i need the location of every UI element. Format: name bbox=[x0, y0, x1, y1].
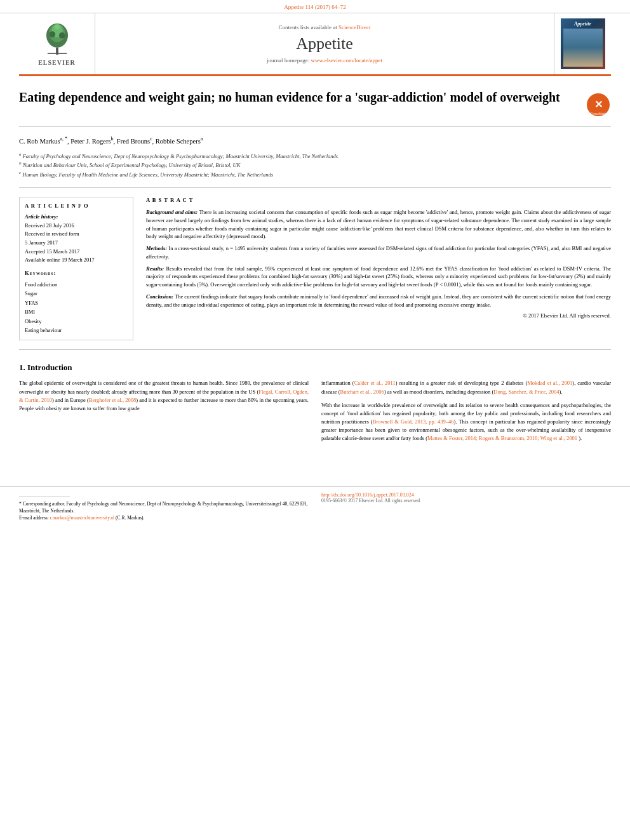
section-1-heading: Introduction bbox=[27, 363, 72, 372]
article-info-column: A R T I C L E I N F O Article history: R… bbox=[19, 197, 133, 340]
revised-date: 5 January 2017 bbox=[25, 239, 58, 246]
intro-body-columns: The global epidemic of overweight is con… bbox=[19, 379, 611, 448]
appetite-cover-thumbnail: Appetite bbox=[561, 18, 605, 69]
keyword-3: YFAS bbox=[25, 298, 128, 307]
page-footer: * Corresponding author. Faculty of Psych… bbox=[0, 486, 630, 522]
journal-reference-bar: Appetite 114 (2017) 64–72 bbox=[0, 0, 630, 13]
cite-mokdad[interactable]: Mokdad et al., 2001 bbox=[527, 380, 572, 386]
journal-title: Appetite bbox=[296, 34, 353, 53]
footnote-right: http://dx.doi.org/10.1016/j.appet.2017.0… bbox=[321, 492, 611, 522]
abstract-column: A B S T R A C T Background and aims: The… bbox=[146, 197, 611, 340]
issn-line: 0195-6663/© 2017 Elsevier Ltd. All right… bbox=[321, 498, 611, 503]
footnote-divider bbox=[19, 496, 70, 497]
svg-text:✕: ✕ bbox=[594, 99, 603, 110]
author-4: Robbie Schepers bbox=[156, 138, 201, 145]
crossmark-badge[interactable]: ✕ CrossMark bbox=[586, 92, 611, 117]
online-date: Available online 19 March 2017 bbox=[25, 257, 95, 263]
keyword-5: Obesity bbox=[25, 317, 128, 326]
abstract-conclusion-text: The current findings indicate that sugar… bbox=[146, 293, 611, 308]
journal-ref-text: Appetite 114 (2017) 64–72 bbox=[284, 4, 345, 10]
intro-para-3: With the increase in worldwide prevalenc… bbox=[321, 401, 611, 443]
author-1-sup: a, * bbox=[60, 136, 67, 142]
article-history-label: Article history: bbox=[25, 213, 58, 220]
intro-para-1: The global epidemic of overweight is con… bbox=[19, 379, 309, 413]
affil-c-sup: c bbox=[19, 170, 21, 175]
affil-b-sup: b bbox=[19, 161, 22, 166]
abstract-methods-label: Methods: bbox=[146, 245, 167, 251]
elsevier-logo: ELSEVIER bbox=[38, 22, 76, 66]
crossmark-icon: ✕ CrossMark bbox=[586, 93, 610, 117]
cite-dong[interactable]: Dong, Sanchez, & Price, 2004 bbox=[493, 389, 559, 395]
author-3: Fred Brouns bbox=[117, 138, 150, 145]
affiliations-section: a Faculty of Psychology and Neuroscience… bbox=[19, 151, 611, 189]
section-1-number: 1. bbox=[19, 363, 25, 372]
abstract-results: Results: Results revealed that from the … bbox=[146, 265, 611, 289]
elsevier-wordmark: ELSEVIER bbox=[38, 59, 76, 66]
keywords-list: Food addiction Sugar YFAS BMI Obesity Ea… bbox=[25, 280, 128, 335]
svg-point-5 bbox=[58, 32, 64, 38]
affil-a-sup: a bbox=[19, 152, 22, 157]
article-history: Article history: Received 28 July 2016 R… bbox=[25, 213, 128, 265]
article-title: Eating dependence and weight gain; no hu… bbox=[19, 89, 586, 105]
cover-journal-title: Appetite bbox=[574, 21, 591, 27]
authors-section: C. Rob Markusa, *, Peter J. Rogersb, Fre… bbox=[19, 136, 611, 145]
intro-right-column: inflammation (Calder et al., 2011) resul… bbox=[321, 379, 611, 448]
footnote-left: * Corresponding author. Faculty of Psych… bbox=[19, 492, 309, 522]
journal-homepage-line: journal homepage: www.elsevier.com/locat… bbox=[267, 57, 382, 63]
article-info-box: A R T I C L E I N F O Article history: R… bbox=[19, 197, 133, 340]
corresponding-author-note: * Corresponding author. Faculty of Psych… bbox=[19, 500, 309, 515]
article-info-heading: A R T I C L E I N F O bbox=[25, 203, 128, 209]
abstract-heading: A B S T R A C T bbox=[146, 197, 611, 203]
email-label: E-mail address: bbox=[19, 515, 49, 521]
cite-berghofer[interactable]: Berghofer et al., 2008 bbox=[89, 397, 136, 403]
cover-image-area bbox=[563, 29, 603, 67]
svg-text:CrossMark: CrossMark bbox=[591, 112, 607, 116]
author-3-sup: c bbox=[150, 136, 152, 142]
footnote-section: * Corresponding author. Faculty of Psych… bbox=[0, 492, 630, 522]
elsevier-logo-area: ELSEVIER bbox=[19, 13, 95, 74]
keyword-1: Food addiction bbox=[25, 280, 128, 289]
cite-calder[interactable]: Calder et al., 2011 bbox=[354, 380, 396, 386]
abstract-conclusion: Conclusion: The current findings indicat… bbox=[146, 293, 611, 309]
author-2: Peter J. Rogers bbox=[70, 138, 111, 145]
cite-mattes[interactable]: Mattes & Foster, 2014; Rogers & Brunstro… bbox=[427, 435, 577, 441]
journal-cover-image: Appetite bbox=[554, 13, 611, 74]
revised-label: Received in revised form bbox=[25, 230, 79, 237]
cite-brownell[interactable]: Brownell & Gold, 2013, pp. 439–46 bbox=[373, 418, 454, 425]
elsevier-tree-icon bbox=[38, 22, 76, 57]
section-1-title: 1. Introduction bbox=[19, 363, 611, 373]
email-note: E-mail address: r.markus@maastrichtunive… bbox=[19, 514, 309, 521]
abstract-methods: Methods: In a cross-sectional study, n =… bbox=[146, 244, 611, 261]
main-content-area: Eating dependence and weight gain; no hu… bbox=[0, 76, 630, 474]
abstract-methods-text: In a cross-sectional study, n = 1495 uni… bbox=[146, 245, 611, 260]
author-1: C. Rob Markus bbox=[19, 138, 60, 145]
affiliation-c: c Human Biology, Faculty of Health Medic… bbox=[19, 170, 611, 179]
doi-line[interactable]: http://dx.doi.org/10.1016/j.appet.2017.0… bbox=[321, 492, 611, 498]
affiliation-b: b Nutrition and Behaviour Unit, School o… bbox=[19, 160, 611, 170]
sciencedirect-link[interactable]: ScienceDirect bbox=[338, 24, 370, 30]
abstract-results-label: Results: bbox=[146, 265, 164, 272]
article-title-section: Eating dependence and weight gain; no hu… bbox=[19, 89, 611, 127]
abstract-background-label: Background and aims: bbox=[146, 209, 198, 215]
author-email-link[interactable]: r.markus@maastrichtuniversity.nl bbox=[50, 515, 114, 521]
received-date: Received 28 July 2016 bbox=[25, 222, 74, 229]
affiliation-a: a Faculty of Psychology and Neuroscience… bbox=[19, 151, 611, 161]
keyword-4: BMI bbox=[25, 307, 128, 316]
abstract-background: Background and aims: There is an increas… bbox=[146, 208, 611, 241]
cite-butchart[interactable]: Butchart et al., 2006 bbox=[340, 389, 384, 395]
journal-homepage-link[interactable]: www.elsevier.com/locate/appet bbox=[311, 57, 382, 63]
accepted-date: Accepted 15 March 2017 bbox=[25, 248, 79, 255]
svg-point-6 bbox=[55, 24, 60, 29]
introduction-section: 1. Introduction The global epidemic of o… bbox=[19, 363, 611, 448]
abstract-results-text: Results revealed that from the total sam… bbox=[146, 265, 611, 288]
keyword-2: Sugar bbox=[25, 289, 128, 298]
contents-available-text: Contents lists available at ScienceDirec… bbox=[279, 24, 371, 30]
keyword-6: Eating behaviour bbox=[25, 326, 128, 335]
author-2-sup: b bbox=[111, 136, 114, 142]
cite-flegal[interactable]: Flegal, Carroll, Ogden, & Curtin, 2010 bbox=[19, 389, 309, 403]
abstract-conclusion-label: Conclusion: bbox=[146, 293, 173, 300]
keywords-heading: Keywords: bbox=[25, 270, 128, 276]
journal-center-info: Contents lists available at ScienceDirec… bbox=[95, 13, 554, 74]
email-suffix: (C.R. Markus). bbox=[116, 515, 144, 521]
svg-point-4 bbox=[49, 31, 55, 37]
